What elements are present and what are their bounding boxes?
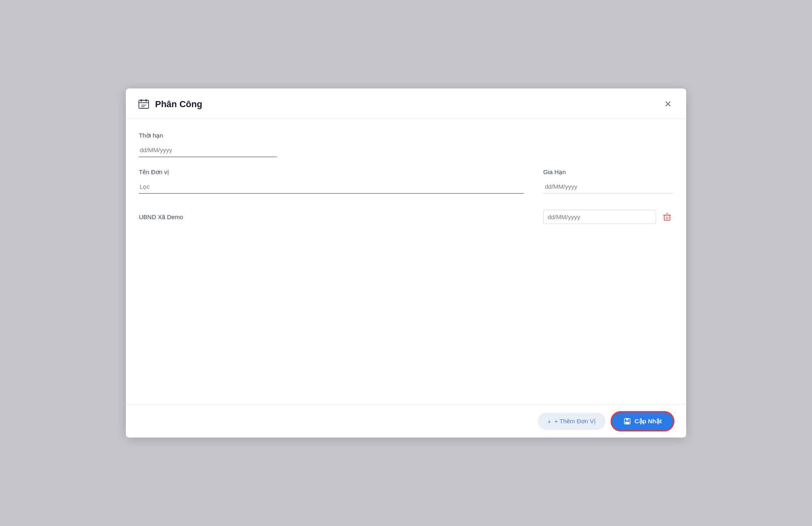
thoi-han-input-wrapper [139, 143, 277, 157]
svg-rect-12 [626, 418, 628, 420]
them-don-vi-button[interactable]: + + Thêm Đơn Vị [538, 413, 605, 430]
row-name: UBND Xã Demo [139, 213, 524, 220]
modal-dialog: Phân Công ✕ Thời hạn Tên Đơn vị [126, 88, 686, 438]
modal-header-left: Phân Công [137, 98, 202, 111]
svg-rect-6 [664, 215, 670, 220]
modal-title: Phân Công [155, 99, 202, 110]
svg-rect-13 [625, 422, 629, 424]
delete-row-button[interactable] [661, 211, 673, 223]
row-date-wrapper [543, 210, 673, 224]
close-icon: ✕ [664, 99, 672, 110]
svg-rect-0 [139, 100, 149, 108]
gia-han-col: Gia Hạn [543, 168, 673, 194]
gia-han-label: Gia Hạn [543, 168, 673, 176]
modal-body: Thời hạn Tên Đơn vị Gia Hạn UBND Xã Demo [126, 119, 686, 405]
modal-overlay: Phân Công ✕ Thời hạn Tên Đơn vị [0, 0, 812, 526]
close-button[interactable]: ✕ [663, 97, 673, 111]
svg-rect-2 [140, 99, 142, 101]
ten-don-vi-col: Tên Đơn vị [139, 168, 524, 194]
cap-nhat-label: Cập Nhật [635, 418, 662, 425]
phan-cong-icon [137, 98, 150, 111]
cap-nhat-button[interactable]: Cập Nhật [612, 412, 673, 430]
labels-row: Tên Đơn vị Gia Hạn [139, 168, 673, 194]
save-icon [623, 417, 631, 425]
ten-don-vi-label: Tên Đơn vị [139, 168, 524, 176]
row-date-input[interactable] [543, 210, 656, 224]
thoi-han-label: Thời hạn [139, 132, 673, 139]
them-don-vi-label: + Thêm Đơn Vị [554, 418, 596, 425]
ten-don-vi-filter-input[interactable] [139, 180, 524, 194]
thoi-han-group: Thời hạn [139, 132, 673, 157]
thoi-han-input[interactable] [139, 143, 277, 157]
plus-icon: + [548, 418, 551, 425]
modal-footer: + + Thêm Đơn Vị Cập Nhật [126, 405, 686, 438]
trash-icon [663, 213, 672, 222]
gia-han-input[interactable] [543, 180, 673, 194]
modal-header: Phân Công ✕ [126, 88, 686, 119]
svg-rect-3 [145, 99, 147, 101]
table-row: UBND Xã Demo [139, 205, 673, 229]
